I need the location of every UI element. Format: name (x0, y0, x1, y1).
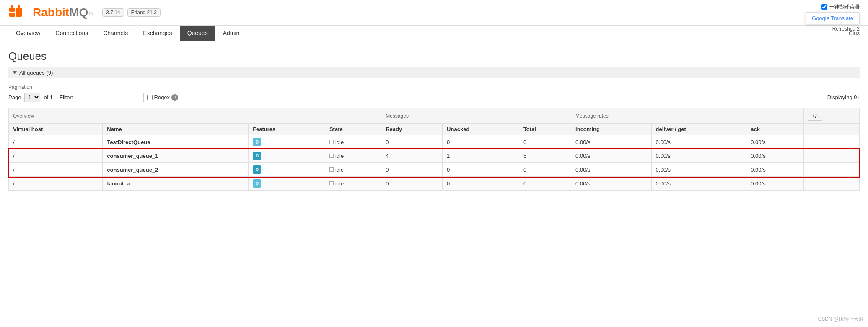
cell-name[interactable]: consumer_queue_2 (103, 163, 249, 177)
cell-ack: 0.00/s (746, 149, 804, 163)
top-right-area: 一律翻译英语 Google Translate Refreshed 2 (806, 3, 860, 32)
cell-state: idle (325, 177, 381, 191)
logo: RabbitMQ™ (8, 4, 94, 21)
cell-ready: 0 (381, 177, 443, 191)
col-extra (804, 124, 860, 135)
table-body: / TestDirectQueue D idle 0 0 0 0.00/s 0.… (9, 135, 860, 191)
nav-admin[interactable]: Admin (215, 26, 247, 41)
svg-rect-4 (18, 5, 20, 8)
refreshed-label: Refreshed 2 (832, 26, 860, 32)
col-name: Name (103, 124, 249, 135)
nav-overview[interactable]: Overview (8, 26, 48, 41)
cell-unacked: 0 (443, 135, 519, 149)
col-ready: Ready (381, 124, 443, 135)
cell-ready: 0 (381, 163, 443, 177)
cell-extra (804, 163, 860, 177)
regex-help-icon[interactable]: ? (171, 94, 178, 101)
regex-checkbox[interactable] (147, 95, 153, 100)
cell-virtual-host: / (9, 135, 103, 149)
cell-features: D (249, 149, 325, 163)
state-icon (329, 167, 334, 172)
cell-extra (804, 135, 860, 149)
cell-name[interactable]: fanout_a (103, 177, 249, 191)
main-nav: Overview Connections Channels Exchanges … (0, 26, 868, 41)
table-row[interactable]: / fanout_a D idle 0 0 0 0.00/s 0.00/s 0.… (9, 177, 860, 191)
nav-exchanges[interactable]: Exchanges (135, 26, 179, 41)
version-badges: 3.7.14 Erlang 21.3 (102, 8, 161, 17)
all-queues-header[interactable]: All queues (9) (8, 67, 860, 78)
refreshed-row: 一律翻译英语 (821, 3, 860, 10)
cell-virtual-host: / (9, 177, 103, 191)
logo-text: RabbitMQ™ (33, 6, 94, 19)
pagination-controls: Page 1 of 1 - Filter: Regex ? Displaying… (8, 93, 860, 102)
top-bar: RabbitMQ™ 3.7.14 Erlang 21.3 一律翻译英语 Goog… (0, 0, 868, 26)
table-row[interactable]: / consumer_queue_1 D idle 4 1 5 0.00/s 0… (9, 149, 860, 163)
page-select[interactable]: 1 (24, 93, 40, 102)
page-title: Queues (8, 50, 860, 63)
cell-features: D (249, 135, 325, 149)
state-icon (329, 140, 334, 144)
cell-deliver-get: 0.00/s (651, 135, 746, 149)
message-rates-group-header: Message rates (571, 108, 804, 124)
cell-incoming: 0.00/s (571, 149, 651, 163)
col-features: Features (249, 124, 325, 135)
nav-connections[interactable]: Connections (48, 26, 96, 41)
plus-minus-cell: +/- (804, 108, 860, 124)
cell-virtual-host: / (9, 149, 103, 163)
cell-unacked: 1 (443, 149, 519, 163)
cell-incoming: 0.00/s (571, 135, 651, 149)
cell-state: idle (325, 163, 381, 177)
col-state: State (325, 124, 381, 135)
cell-incoming: 0.00/s (571, 163, 651, 177)
cell-extra (804, 149, 860, 163)
google-translate-popup[interactable]: Google Translate (806, 12, 860, 24)
svg-rect-3 (11, 5, 13, 8)
nav-channels[interactable]: Channels (96, 26, 135, 41)
cell-ack: 0.00/s (746, 177, 804, 191)
table-row[interactable]: / consumer_queue_2 D idle 0 0 0 0.00/s 0… (9, 163, 860, 177)
rabbitmq-logo-icon (8, 4, 29, 21)
cell-features: D (249, 163, 325, 177)
cell-extra (804, 177, 860, 191)
filter-label: - Filter: (56, 94, 73, 100)
translate-checkbox[interactable] (821, 4, 827, 10)
table-container: Overview Messages Message rates +/- Virt… (8, 108, 860, 191)
regex-area: Regex ? (147, 94, 179, 101)
cell-total: 0 (519, 177, 571, 191)
of-label: of 1 (44, 94, 53, 100)
chinese-label: 一律翻译英语 (829, 3, 860, 10)
col-incoming: incoming (571, 124, 651, 135)
cell-ack: 0.00/s (746, 135, 804, 149)
table-row[interactable]: / TestDirectQueue D idle 0 0 0 0.00/s 0.… (9, 135, 860, 149)
plus-minus-button[interactable]: +/- (808, 111, 822, 121)
col-virtual-host: Virtual host (9, 124, 103, 135)
col-unacked: Unacked (443, 124, 519, 135)
pagination-label: Pagination (8, 84, 860, 90)
cell-deliver-get: 0.00/s (651, 177, 746, 191)
filter-input[interactable] (77, 93, 144, 102)
cell-ready: 4 (381, 149, 443, 163)
cell-deliver-get: 0.00/s (651, 163, 746, 177)
cell-ready: 0 (381, 135, 443, 149)
col-total: Total (519, 124, 571, 135)
messages-group-header: Messages (381, 108, 571, 124)
queues-table: Overview Messages Message rates +/- Virt… (8, 108, 860, 191)
cell-total: 0 (519, 163, 571, 177)
all-queues-label: All queues (9) (19, 70, 53, 76)
page-label: Page (8, 94, 21, 100)
svg-rect-1 (9, 13, 15, 17)
cell-name[interactable]: consumer_queue_1 (103, 149, 249, 163)
logo-rabbit: Rabbit (33, 6, 69, 19)
cell-state: idle (325, 149, 381, 163)
nav-queues[interactable]: Queues (180, 26, 215, 41)
overview-group-header: Overview (9, 108, 381, 124)
svg-rect-2 (16, 8, 22, 17)
pagination-area: Pagination Page 1 of 1 - Filter: Regex ?… (8, 84, 860, 102)
col-deliver-get: deliver / get (651, 124, 746, 135)
cell-features: D (249, 177, 325, 191)
cell-total: 5 (519, 149, 571, 163)
cell-total: 0 (519, 135, 571, 149)
cell-name[interactable]: TestDirectQueue (103, 135, 249, 149)
state-icon (329, 181, 334, 185)
displaying-text: Displaying 9 i (827, 94, 860, 100)
